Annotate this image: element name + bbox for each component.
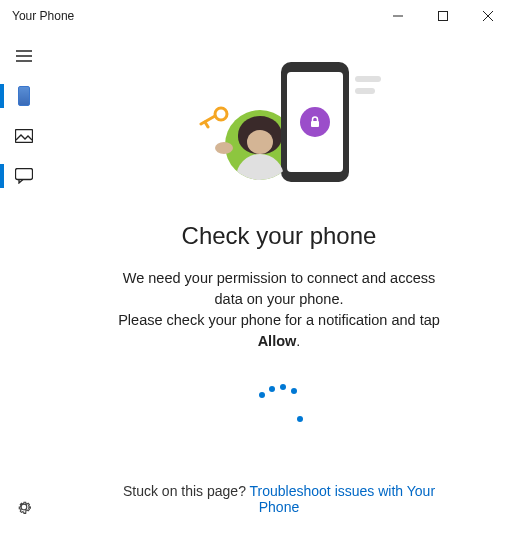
phone-icon — [18, 86, 30, 106]
messages-icon — [15, 168, 33, 184]
window-controls — [375, 0, 510, 32]
instruction-allow-bold: Allow — [258, 333, 297, 349]
key-icon — [199, 106, 229, 134]
sidebar — [0, 32, 48, 533]
instruction-line-1: We need your permission to connect and a… — [123, 270, 435, 307]
main-content: Check your phone We need your permission… — [48, 32, 510, 533]
hamburger-menu-button[interactable] — [0, 36, 48, 76]
hand-illustration — [215, 142, 233, 154]
phone-illustration — [281, 62, 349, 182]
decorative-lines — [355, 76, 381, 100]
close-button[interactable] — [465, 0, 510, 32]
sidebar-item-settings[interactable] — [0, 487, 48, 527]
instruction-line-2-pre: Please check your phone for a notificati… — [118, 312, 440, 328]
titlebar: Your Phone — [0, 0, 510, 32]
svg-rect-12 — [311, 121, 319, 127]
illustration — [189, 62, 369, 192]
photos-icon — [15, 129, 33, 143]
svg-rect-7 — [16, 130, 33, 143]
troubleshoot-link[interactable]: Troubleshoot issues with Your Phone — [250, 483, 435, 515]
maximize-button[interactable] — [420, 0, 465, 32]
instruction-line-2-post: . — [296, 333, 300, 349]
sidebar-item-photos[interactable] — [0, 116, 48, 156]
minimize-button[interactable] — [375, 0, 420, 32]
page-heading: Check your phone — [182, 222, 377, 250]
loading-spinner — [249, 384, 309, 444]
svg-line-11 — [205, 122, 208, 127]
hamburger-icon — [16, 50, 32, 62]
instruction-text: We need your permission to connect and a… — [109, 268, 449, 352]
gear-icon — [15, 498, 33, 516]
lock-icon — [300, 107, 330, 137]
sidebar-item-phone[interactable] — [0, 76, 48, 116]
app-body: Check your phone We need your permission… — [0, 32, 510, 533]
svg-point-9 — [215, 108, 227, 120]
sidebar-item-messages[interactable] — [0, 156, 48, 196]
footer-text: Stuck on this page? Troubleshoot issues … — [109, 483, 449, 515]
svg-rect-1 — [438, 12, 447, 21]
svg-rect-8 — [16, 169, 33, 180]
window-title: Your Phone — [12, 9, 74, 23]
svg-line-10 — [201, 116, 215, 124]
footer-prompt: Stuck on this page? — [123, 483, 250, 499]
